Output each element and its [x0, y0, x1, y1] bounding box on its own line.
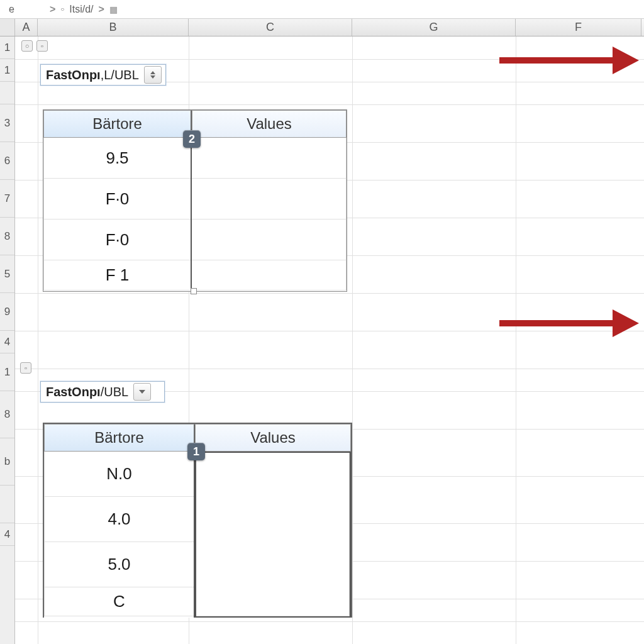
row-header[interactable]: 3: [0, 104, 14, 142]
breadcrumb-dot-icon: ○: [60, 6, 64, 13]
row-headers: 1 1 3 6 7 8 5 9 4 1 8 b 4: [0, 36, 15, 644]
table-cell[interactable]: N.0: [44, 452, 194, 497]
table-cell[interactable]: [196, 453, 350, 616]
data-table-1[interactable]: Bärtore Values 9.5 F·0 F·0 F 1 2: [43, 109, 347, 292]
table-cell[interactable]: C: [44, 587, 194, 616]
row-header[interactable]: 8: [0, 218, 14, 255]
expand-icon[interactable]: ▫: [36, 40, 48, 52]
column-header-F[interactable]: F: [516, 19, 641, 36]
row-header[interactable]: 7: [0, 180, 14, 218]
dropdown-caret-icon[interactable]: [133, 383, 151, 401]
table-header-cell[interactable]: Values: [195, 424, 351, 452]
group-toggle-icon[interactable]: ○: [21, 40, 33, 52]
table-header-cell[interactable]: Bärtore: [43, 110, 192, 138]
row-header[interactable]: [0, 82, 14, 104]
row-header[interactable]: 8: [0, 391, 14, 438]
breadcrumb: e > ○ Itsi/d/ > ▦: [0, 0, 644, 19]
table-cell[interactable]: [192, 138, 347, 179]
table-cell[interactable]: F·0: [43, 179, 191, 219]
table-cell[interactable]: [192, 219, 347, 260]
row-header[interactable]: [0, 486, 14, 523]
table-header-cell[interactable]: Bärtore: [44, 424, 195, 452]
row-header[interactable]: 4: [0, 523, 14, 546]
table-cell[interactable]: F 1: [43, 260, 191, 291]
table-cell[interactable]: F·0: [43, 219, 191, 260]
dropdown-label: FastOnpı/UBL: [41, 385, 133, 399]
table-header-cell[interactable]: Values: [192, 110, 347, 138]
dropdown-label: FastOnpı,L/UBL: [41, 68, 144, 82]
row-header[interactable]: 5: [0, 255, 14, 293]
dropdown-1[interactable]: FastOnpı,L/UBL: [40, 64, 166, 86]
data-table-2[interactable]: Bärtore Values N.0 4.0 5.0 C 1: [43, 423, 352, 618]
step-badge: 2: [183, 130, 201, 148]
row-header[interactable]: 1: [0, 353, 14, 391]
column-header-B[interactable]: B: [38, 19, 189, 36]
column-header-C[interactable]: C: [189, 19, 352, 36]
row-header[interactable]: 6: [0, 142, 14, 180]
spreadsheet-grid[interactable]: 1 1 3 6 7 8 5 9 4 1 8 b 4: [0, 36, 644, 644]
chevron-right-icon: >: [99, 4, 104, 15]
row-header[interactable]: 1: [0, 59, 14, 82]
row-header[interactable]: 9: [0, 293, 14, 331]
row-header[interactable]: 4: [0, 331, 14, 353]
column-headers: A B C G F: [0, 19, 644, 36]
row-header[interactable]: b: [0, 438, 14, 486]
spinner-icon[interactable]: [144, 66, 162, 84]
grid-icon[interactable]: ▦: [109, 4, 118, 14]
table-cell[interactable]: 5.0: [44, 542, 194, 587]
table-cell[interactable]: [192, 179, 347, 219]
resize-handle[interactable]: [191, 288, 197, 294]
column-header-G[interactable]: G: [352, 19, 516, 36]
dropdown-2[interactable]: FastOnpı/UBL: [40, 381, 165, 402]
table-cell[interactable]: 4.0: [44, 497, 194, 542]
table-cell[interactable]: [192, 260, 347, 291]
step-badge: 1: [187, 443, 205, 460]
corner-cell[interactable]: [0, 19, 15, 36]
arrow-annotation-icon: [499, 53, 639, 68]
column-header-A[interactable]: A: [15, 19, 38, 36]
table-cell[interactable]: 9.5: [43, 138, 191, 179]
breadcrumb-item[interactable]: Itsi/d/: [69, 4, 93, 15]
group-toggle-icon[interactable]: ▫: [20, 362, 31, 374]
chevron-right-icon: >: [50, 4, 55, 15]
row-header[interactable]: 1: [0, 36, 14, 59]
breadcrumb-letter: e: [9, 4, 14, 15]
arrow-annotation-icon: [499, 316, 639, 331]
